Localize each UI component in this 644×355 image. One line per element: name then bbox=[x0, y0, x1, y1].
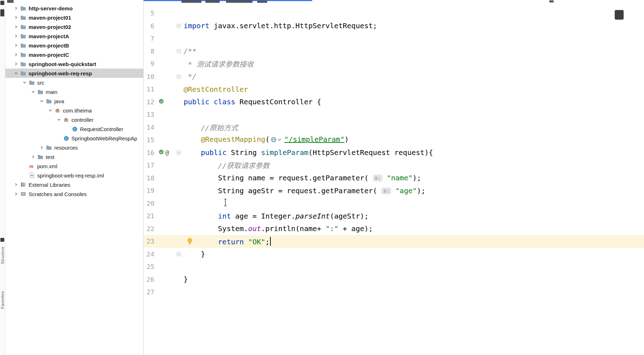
code-line-22[interactable]: 22 System.out.println(name+ ":" + age); bbox=[144, 222, 644, 235]
chevron-right-icon[interactable] bbox=[13, 62, 20, 66]
tree-item-springbootwebreqrespap[interactable]: CSpringbootWebReqRespAp bbox=[5, 134, 143, 143]
chevron-right-icon[interactable] bbox=[13, 25, 20, 29]
line-number[interactable]: 14 bbox=[144, 124, 154, 131]
chevron-down-icon[interactable] bbox=[13, 71, 20, 75]
tool-window-button-icon[interactable] bbox=[0, 9, 4, 16]
chevron-down-icon[interactable] bbox=[47, 109, 54, 112]
tree-item-main[interactable]: main bbox=[5, 87, 143, 96]
chevron-right-icon[interactable] bbox=[13, 6, 20, 10]
chevron-right-icon[interactable] bbox=[13, 53, 20, 56]
tree-item-maven-project02[interactable]: maven-project02 bbox=[5, 22, 143, 31]
tree-item-external-libraries[interactable]: External Libraries bbox=[5, 180, 143, 189]
code-line-8[interactable]: 8/** bbox=[144, 45, 644, 58]
code-line-10[interactable]: 10 */ bbox=[144, 70, 644, 83]
tree-item-requestcontroller[interactable]: CRequestController bbox=[5, 124, 143, 134]
tree-item-src[interactable]: src bbox=[5, 78, 143, 87]
chevron-right-icon[interactable] bbox=[30, 155, 37, 159]
line-number[interactable]: 5 bbox=[144, 9, 154, 17]
chevron-right-icon[interactable] bbox=[13, 34, 20, 38]
tree-item-resources[interactable]: resources bbox=[5, 143, 143, 152]
code-line-12[interactable]: 12public class RequestController { bbox=[144, 96, 644, 109]
code-line-5[interactable]: 5 bbox=[144, 7, 644, 20]
code-line-11[interactable]: 11@RestController bbox=[144, 83, 644, 96]
globe-icon[interactable] bbox=[271, 136, 283, 145]
code-line-6[interactable]: 6import javax.servlet.http.HttpServletRe… bbox=[144, 20, 644, 32]
tree-item-com-itheima[interactable]: com.itheima bbox=[5, 106, 143, 115]
tree-item-maven-projectb[interactable]: maven-projectB bbox=[5, 41, 143, 50]
tool-window-button-icon[interactable] bbox=[0, 1, 4, 5]
code-line-9[interactable]: 9 * 测试请求参数接收 bbox=[144, 58, 644, 70]
line-number[interactable]: 27 bbox=[144, 288, 154, 296]
chevron-right-icon[interactable] bbox=[13, 16, 20, 19]
tree-item-test[interactable]: test bbox=[5, 152, 143, 161]
fold-marker-icon[interactable] bbox=[174, 151, 184, 155]
tree-item-maven-projectc[interactable]: maven-projectC bbox=[5, 50, 143, 59]
line-number[interactable]: 10 bbox=[144, 73, 154, 80]
code-line-14[interactable]: 14 //原始方式 bbox=[144, 121, 644, 134]
code-line-26[interactable]: 26} bbox=[144, 273, 644, 286]
code-line-21[interactable]: 21 int age = Integer.parseInt(ageStr); bbox=[144, 210, 644, 222]
fold-marker-icon[interactable] bbox=[174, 24, 184, 28]
code-line-23[interactable]: 23 return "OK"; bbox=[144, 235, 644, 248]
chevron-right-icon[interactable] bbox=[13, 183, 20, 186]
tree-item-springboot-web-quickstart[interactable]: springboot-web-quickstart bbox=[5, 59, 143, 69]
annotation-at-icon[interactable]: @ bbox=[165, 149, 169, 156]
line-number[interactable]: 25 bbox=[144, 263, 154, 270]
chevron-right-icon[interactable] bbox=[13, 192, 20, 196]
tree-item-springboot-web-req-resp-iml[interactable]: springboot-web-req-resp.iml bbox=[5, 171, 143, 180]
line-number[interactable]: 20 bbox=[144, 200, 154, 207]
line-number[interactable]: 6 bbox=[144, 22, 154, 30]
chevron-down-icon[interactable] bbox=[30, 90, 37, 94]
line-number[interactable]: 11 bbox=[144, 85, 154, 93]
code-line-19[interactable]: 19 String ageStr = request.getParameter(… bbox=[144, 184, 644, 197]
chevron-down-icon[interactable] bbox=[55, 118, 63, 121]
fold-marker-icon[interactable] bbox=[174, 49, 184, 53]
tree-item-maven-projecta[interactable]: maven-projectA bbox=[5, 31, 143, 41]
line-number[interactable]: 9 bbox=[144, 60, 154, 68]
tree-item-controller[interactable]: controller bbox=[5, 115, 143, 124]
code-text: //原始方式 bbox=[184, 122, 238, 132]
chevron-right-icon[interactable] bbox=[13, 44, 20, 47]
chevron-down-icon[interactable] bbox=[21, 81, 28, 84]
favorites-tool-label[interactable]: Favorites bbox=[0, 291, 5, 309]
tree-item-scratches-and-consoles[interactable]: Scratches and Consoles bbox=[5, 189, 143, 199]
code-line-20[interactable]: 20 bbox=[144, 197, 644, 210]
line-number[interactable]: 22 bbox=[144, 225, 154, 232]
line-number[interactable]: 7 bbox=[144, 35, 154, 42]
line-number[interactable]: 26 bbox=[144, 276, 154, 283]
tree-item-pom-xml[interactable]: mpom.xml bbox=[5, 161, 143, 171]
line-number[interactable]: 12 bbox=[144, 98, 154, 106]
tree-item-java[interactable]: java bbox=[5, 96, 143, 106]
line-number[interactable]: 8 bbox=[144, 48, 154, 55]
fold-marker-icon[interactable] bbox=[174, 252, 184, 256]
intention-bulb-icon[interactable] bbox=[187, 238, 193, 246]
code-line-16[interactable]: 16@ public String simpleParam(HttpServle… bbox=[144, 146, 644, 159]
tree-item-maven-project01[interactable]: maven-project01 bbox=[5, 13, 143, 22]
code-line-17[interactable]: 17 //获取请求参数 bbox=[144, 159, 644, 172]
line-number[interactable]: 18 bbox=[144, 174, 154, 182]
tree-item-springboot-web-req-resp[interactable]: springboot-web-req-resp bbox=[5, 69, 143, 78]
code-line-18[interactable]: 18 String name = request.getParameter( s… bbox=[144, 172, 644, 185]
line-number[interactable]: 17 bbox=[144, 161, 154, 169]
line-number[interactable]: 24 bbox=[144, 250, 154, 258]
code-line-13[interactable]: 13 bbox=[144, 108, 644, 121]
chevron-right-icon[interactable] bbox=[38, 146, 45, 149]
code-line-15[interactable]: 15 @RequestMapping("/simpleParam") bbox=[144, 134, 644, 146]
code-line-25[interactable]: 25 bbox=[144, 260, 644, 273]
line-number[interactable]: 16 bbox=[144, 149, 154, 156]
line-number[interactable]: 15 bbox=[144, 136, 154, 144]
code-line-24[interactable]: 24 } bbox=[144, 248, 644, 261]
line-number[interactable]: 19 bbox=[144, 187, 154, 194]
line-number[interactable]: 13 bbox=[144, 111, 154, 118]
structure-tool-icon[interactable] bbox=[0, 238, 4, 242]
spring-bean-icon[interactable] bbox=[159, 149, 164, 156]
chevron-down-icon[interactable] bbox=[38, 99, 45, 103]
spring-bean-icon[interactable] bbox=[159, 99, 164, 105]
tree-item-http-server-demo[interactable]: http-server-demo bbox=[5, 4, 143, 13]
code-line-27[interactable]: 27 bbox=[144, 286, 644, 299]
structure-tool-label[interactable]: Structure bbox=[0, 246, 5, 264]
fold-marker-icon[interactable] bbox=[174, 75, 184, 79]
line-number[interactable]: 21 bbox=[144, 212, 154, 220]
line-number[interactable]: 23 bbox=[144, 238, 154, 245]
code-line-7[interactable]: 7 bbox=[144, 32, 644, 45]
